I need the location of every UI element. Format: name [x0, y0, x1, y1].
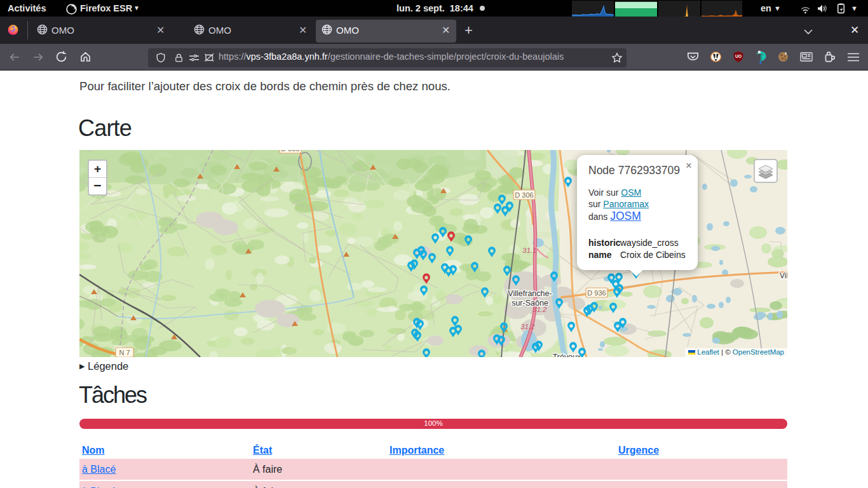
svg-text:N 7: N 7	[119, 349, 130, 356]
svg-text:Villefranche-: Villefranche-	[508, 289, 552, 298]
svg-text:D 385: D 385	[281, 150, 299, 152]
svg-text:Villars: Villars	[780, 271, 787, 280]
svg-text:Trévoux: Trévoux	[553, 353, 581, 357]
svg-text:UO: UO	[735, 54, 742, 58]
svg-text:31.2: 31.2	[520, 323, 535, 330]
svg-text:D 306: D 306	[515, 191, 533, 199]
svg-text:sur-Saône: sur-Saône	[512, 299, 548, 308]
svg-text:D 936: D 936	[587, 289, 606, 297]
svg-text:31.1: 31.1	[522, 247, 536, 254]
